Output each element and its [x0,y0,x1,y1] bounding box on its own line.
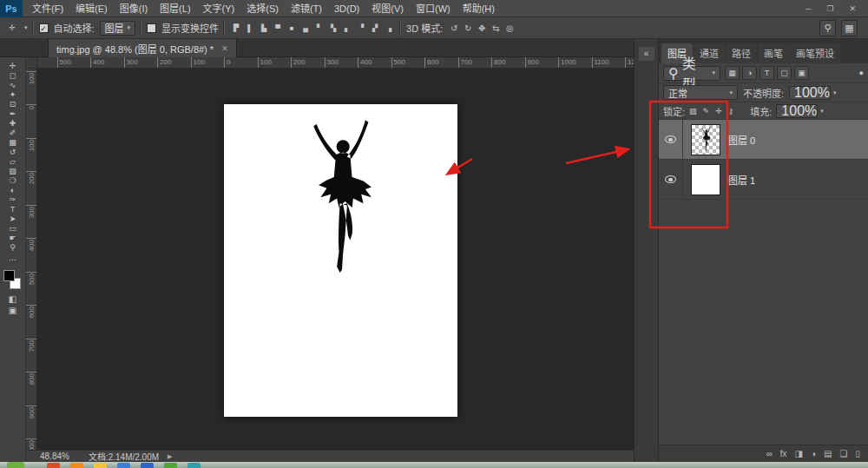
eyedropper-tool[interactable]: ✒ [0,109,25,118]
restore-button[interactable]: ❐ [826,4,833,13]
filter-pixel-layers-icon[interactable]: ▦ [725,66,740,80]
eraser-tool[interactable]: ▱ [0,157,25,166]
show-transform-checkbox[interactable] [147,23,156,33]
taskbar-app-icon-1[interactable] [47,463,60,468]
3d-pan-icon[interactable]: ✥ [476,23,488,33]
distribute-top-edges-icon[interactable]: ▘ [313,24,326,32]
clone-stamp-tool[interactable]: ▩ [0,138,25,147]
menu-item-7[interactable]: 滤镜(T) [285,0,328,17]
brush-tool[interactable]: ✐ [0,129,25,137]
document-tab[interactable]: timg.jpg @ 48.8% (图层 0, RGB/8#) * ✕ [48,39,237,57]
filter-adjustment-layers-icon[interactable]: ◑ [742,66,757,80]
collapse-panels-icon[interactable]: « [639,47,654,61]
lock-all-icon[interactable]: ⚷ [728,107,734,115]
start-button[interactable] [7,462,24,468]
menu-item-6[interactable]: 选择(S) [240,0,285,17]
tab-close-icon[interactable]: ✕ [221,44,228,53]
blend-mode-dropdown[interactable]: 正常 ▾ [663,85,738,100]
menu-item-11[interactable]: 帮助(H) [457,0,501,17]
marquee-tool[interactable]: ◻ [0,71,25,80]
distribute-right-edges-icon[interactable]: ▗ [383,24,395,32]
horizontal-ruler[interactable]: 5004003002001000100200300400500600700800… [37,57,634,69]
layer-thumbnail[interactable] [691,164,720,195]
path-selection-tool[interactable]: ➤ [0,214,25,223]
history-brush-tool[interactable]: ↺ [0,148,25,156]
foreground-color-swatch[interactable] [3,270,15,281]
filter-smart-objects-icon[interactable]: ▣ [794,66,809,80]
layer-thumbnail[interactable] [691,124,720,155]
layer-row[interactable]: 图层 1 [659,160,868,200]
panel-tab-画笔[interactable]: 画笔 [758,43,789,63]
close-button[interactable]: ✕ [849,4,856,13]
menu-item-1[interactable]: 文件(F) [26,0,69,17]
3d-roll-icon[interactable]: ↻ [462,23,474,33]
taskbar-app-icon-2[interactable] [70,463,83,468]
menu-item-4[interactable]: 图层(L) [154,0,196,17]
zoom-level-field[interactable]: 48.84% [40,452,69,461]
zoom-tool[interactable]: ⚲ [0,243,25,252]
menu-item-3[interactable]: 图像(I) [114,0,154,17]
taskbar-app-icon-3[interactable] [94,463,107,468]
lock-image-pixels-icon[interactable]: ✎ [703,107,710,115]
blur-tool[interactable]: ❍ [0,176,25,185]
3d-slide-icon[interactable]: ⇆ [490,23,502,33]
workspace-switcher-icon[interactable]: ▦ [841,20,858,36]
edit-toolbar-icon[interactable]: ⋯ [0,255,25,264]
canvas-viewport[interactable] [37,69,634,450]
minimize-button[interactable]: ─ [806,4,811,13]
lock-position-icon[interactable]: ✛ [715,107,722,115]
panel-tab-画笔预设[interactable]: 画笔预设 [790,43,840,63]
crop-tool[interactable]: ⊡ [0,100,25,109]
lasso-tool[interactable]: ∿ [0,81,25,89]
align-vertical-centers-icon[interactable]: ▌ [244,24,256,32]
distribute-horizontal-centers-icon[interactable]: ▞ [369,24,381,32]
layer-row[interactable]: 图层 0 [659,120,868,160]
layer-filter-type-dropdown[interactable]: ⚲ 类型 ▾ [663,66,720,81]
auto-select-target-dropdown[interactable]: 图层 ▾ [100,21,136,36]
menu-item-5[interactable]: 文字(Y) [197,0,241,17]
hand-tool[interactable]: ☛ [0,234,25,242]
layer-visibility-toggle[interactable] [659,160,683,199]
layer-mask-icon[interactable]: ◨ [795,449,803,458]
distribute-vertical-centers-icon[interactable]: ▚ [327,24,339,32]
status-options-arrow-icon[interactable]: ▶ [168,453,172,460]
quick-selection-tool[interactable]: ✦ [0,90,25,99]
layer-effects-icon[interactable]: fx [780,449,787,458]
menu-item-8[interactable]: 3D(D) [328,0,365,17]
lock-transparent-pixels-icon[interactable]: ▨ [689,107,697,115]
gradient-tool[interactable]: ▧ [0,167,25,175]
link-layers-icon[interactable]: ∞ [766,449,773,458]
3d-scale-icon[interactable]: ◎ [503,23,516,33]
filter-shape-layers-icon[interactable]: ▢ [777,66,792,80]
ruler-origin[interactable] [26,57,37,69]
type-tool[interactable]: T [0,205,25,214]
layer-visibility-toggle[interactable] [659,120,683,159]
tool-preset-icon[interactable]: ✛ [5,23,19,32]
menu-item-10[interactable]: 窗口(W) [410,0,457,17]
vertical-ruler[interactable]: 10001002003004005006007008009001000 [26,69,37,450]
opacity-field[interactable]: 100% ▾ [789,86,831,100]
taskbar-app-icon-6[interactable] [164,463,177,468]
taskbar-app-icon-7[interactable] [187,463,201,468]
align-bottom-edges-icon[interactable]: ▙ [258,24,270,32]
distribute-left-edges-icon[interactable]: ▝ [355,24,367,32]
dodge-tool[interactable]: ◐ [0,186,25,194]
align-left-edges-icon[interactable]: ▀ [272,24,284,32]
3d-rotate-icon[interactable]: ↺ [448,23,460,33]
fill-field[interactable]: 100% ▾ [776,104,818,118]
taskbar-app-icon-4[interactable] [117,463,130,468]
distribute-bottom-edges-icon[interactable]: ▖ [341,24,353,32]
canvas-document[interactable] [224,104,457,417]
layer-filter-switch-icon[interactable]: ● [859,69,864,77]
align-right-edges-icon[interactable]: ▄ [299,24,312,32]
align-horizontal-centers-icon[interactable]: ■ [286,24,298,32]
align-top-edges-icon[interactable]: ▛ [230,24,242,32]
adjustment-layer-icon[interactable]: ◑ [811,449,816,458]
new-layer-icon[interactable]: ❏ [840,449,848,458]
quick-mask-icon[interactable]: ◧ [0,293,25,305]
chevron-down-icon[interactable]: ▾ [24,24,28,31]
move-tool[interactable]: ✛ [0,62,25,70]
panel-tab-路径[interactable]: 路径 [726,43,757,63]
menu-item-9[interactable]: 视图(V) [365,0,410,17]
delete-layer-icon[interactable]: ▯ [855,449,860,458]
